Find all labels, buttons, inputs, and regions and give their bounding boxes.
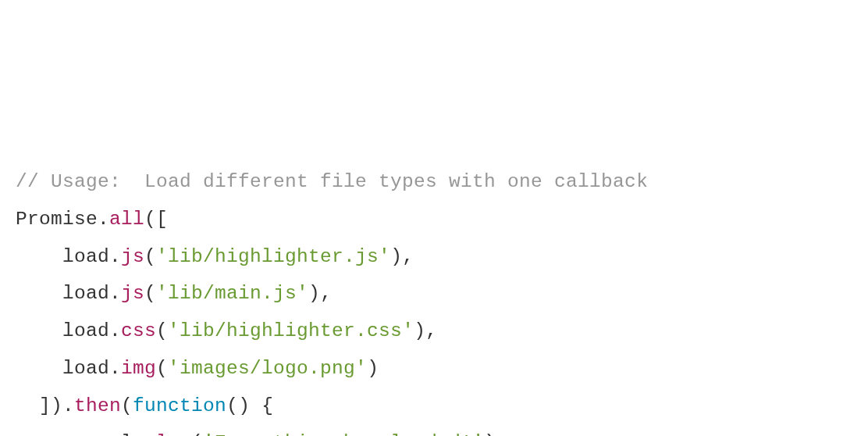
func-parens: () (226, 395, 250, 416)
indent (16, 358, 62, 379)
indent (16, 283, 62, 304)
load-identifier: load (62, 358, 109, 379)
open-paren: ( (191, 432, 203, 436)
open-paren: ( (156, 358, 168, 379)
comma: , (320, 283, 332, 304)
code-line-then: ]).then(function() { (16, 388, 852, 425)
close-paren: ) (484, 432, 496, 436)
indent (16, 395, 39, 416)
dot: . (109, 246, 121, 267)
close-paren: ) (414, 320, 425, 341)
console-identifier: console (62, 432, 144, 436)
comment: // Usage: Load different file types with… (16, 171, 648, 192)
dot: . (109, 358, 121, 379)
comma: , (425, 320, 437, 341)
then-method: then (74, 395, 121, 416)
open-paren: ( (144, 209, 156, 230)
code-line-load-css: load.css('lib/highlighter.css'), (16, 313, 852, 350)
open-paren: ( (156, 320, 168, 341)
load-identifier: load (62, 246, 109, 267)
semicolon: ; (496, 432, 507, 436)
dot: . (62, 395, 74, 416)
js-method: js (121, 246, 144, 267)
load-identifier: load (62, 283, 109, 304)
close-paren: ) (390, 246, 402, 267)
open-paren: ( (144, 246, 156, 267)
code-line-log1: console.log('Everything has loaded!'); (16, 424, 852, 436)
dot: . (109, 320, 121, 341)
file-path-string: 'lib/highlighter.js' (156, 246, 390, 267)
close-paren: ) (308, 283, 320, 304)
close-paren: ) (367, 358, 379, 379)
css-method: css (121, 320, 156, 341)
js-method: js (121, 283, 144, 304)
close-paren: ) (51, 395, 62, 416)
indent (16, 246, 62, 267)
log-message-string: 'Everything has loaded!' (203, 432, 484, 436)
load-identifier: load (62, 320, 109, 341)
file-path-string: 'lib/main.js' (156, 283, 308, 304)
comma: , (402, 246, 414, 267)
code-line-promise: Promise.all([ (16, 201, 852, 238)
dot: . (144, 432, 156, 436)
code-line-load-js1: load.js('lib/highlighter.js'), (16, 238, 852, 276)
indent (16, 320, 62, 341)
open-bracket: [ (156, 209, 168, 230)
file-path-string: 'images/logo.png' (168, 358, 367, 379)
indent (16, 432, 62, 436)
code-line-load-img: load.img('images/logo.png') (16, 350, 852, 388)
promise-identifier: Promise (16, 209, 98, 230)
img-method: img (121, 358, 156, 379)
open-brace: { (250, 395, 273, 416)
function-keyword: function (133, 395, 226, 416)
open-paren: ( (144, 283, 156, 304)
log-method: log (156, 432, 191, 436)
file-path-string: 'lib/highlighter.css' (168, 320, 414, 341)
code-line-load-js2: load.js('lib/main.js'), (16, 275, 852, 313)
dot: . (109, 283, 121, 304)
all-method: all (109, 209, 144, 230)
dot: . (98, 209, 109, 230)
close-bracket: ] (39, 395, 51, 416)
code-line-comment: // Usage: Load different file types with… (16, 163, 852, 201)
open-paren: ( (121, 395, 133, 416)
